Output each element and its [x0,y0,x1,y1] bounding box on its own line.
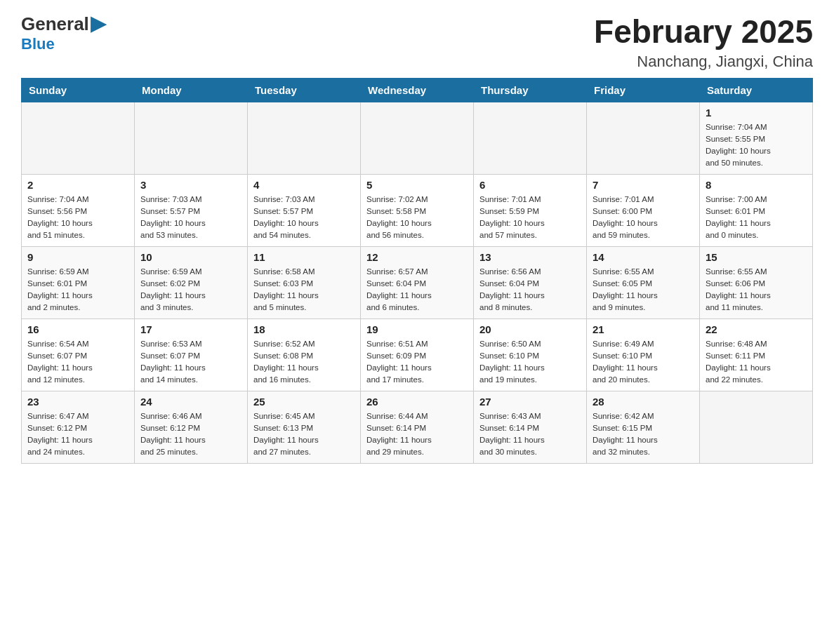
day-info: Sunrise: 6:58 AM Sunset: 6:03 PM Dayligh… [253,266,355,314]
day-info: Sunrise: 7:02 AM Sunset: 5:58 PM Dayligh… [366,194,468,242]
weekday-header-tuesday: Tuesday [248,78,361,102]
day-number: 14 [593,251,694,263]
calendar-table: SundayMondayTuesdayWednesdayThursdayFrid… [21,78,813,464]
day-number: 25 [253,396,355,408]
day-info: Sunrise: 6:51 AM Sunset: 6:09 PM Dayligh… [366,338,468,387]
weekday-header-wednesday: Wednesday [361,78,474,102]
calendar-cell [587,102,700,174]
day-info: Sunrise: 6:42 AM Sunset: 6:15 PM Dayligh… [593,410,694,459]
day-number: 18 [253,323,355,335]
day-info: Sunrise: 6:44 AM Sunset: 6:14 PM Dayligh… [366,410,468,459]
weekday-header-row: SundayMondayTuesdayWednesdayThursdayFrid… [22,78,813,102]
day-info: Sunrise: 6:49 AM Sunset: 6:10 PM Dayligh… [593,338,694,387]
calendar-cell: 22Sunrise: 6:48 AM Sunset: 6:11 PM Dayli… [700,318,813,391]
calendar-cell: 1Sunrise: 7:04 AM Sunset: 5:55 PM Daylig… [700,102,813,174]
calendar-cell [361,102,474,174]
day-info: Sunrise: 6:45 AM Sunset: 6:13 PM Dayligh… [253,410,355,459]
day-info: Sunrise: 6:55 AM Sunset: 6:06 PM Dayligh… [706,266,807,314]
day-number: 16 [27,323,128,335]
calendar-cell: 9Sunrise: 6:59 AM Sunset: 6:01 PM Daylig… [22,246,135,318]
calendar-cell [700,391,813,463]
day-info: Sunrise: 6:57 AM Sunset: 6:04 PM Dayligh… [366,266,468,314]
day-info: Sunrise: 7:01 AM Sunset: 5:59 PM Dayligh… [479,194,581,242]
calendar-week-5: 23Sunrise: 6:47 AM Sunset: 6:12 PM Dayli… [22,391,813,463]
calendar-cell: 7Sunrise: 7:01 AM Sunset: 6:00 PM Daylig… [587,174,700,246]
calendar-cell: 26Sunrise: 6:44 AM Sunset: 6:14 PM Dayli… [361,391,474,463]
calendar-cell: 10Sunrise: 6:59 AM Sunset: 6:02 PM Dayli… [135,246,248,318]
day-number: 12 [366,251,468,263]
day-info: Sunrise: 6:50 AM Sunset: 6:10 PM Dayligh… [479,338,581,387]
calendar-subtitle: Nanchang, Jiangxi, China [594,53,813,71]
calendar-header: SundayMondayTuesdayWednesdayThursdayFrid… [22,78,813,102]
calendar-title: February 2025 [594,14,813,50]
day-info: Sunrise: 6:54 AM Sunset: 6:07 PM Dayligh… [27,338,128,387]
calendar-cell: 16Sunrise: 6:54 AM Sunset: 6:07 PM Dayli… [22,318,135,391]
calendar-week-4: 16Sunrise: 6:54 AM Sunset: 6:07 PM Dayli… [22,318,813,391]
day-number: 22 [706,323,807,335]
calendar-cell: 15Sunrise: 6:55 AM Sunset: 6:06 PM Dayli… [700,246,813,318]
day-info: Sunrise: 6:43 AM Sunset: 6:14 PM Dayligh… [479,410,581,459]
weekday-header-thursday: Thursday [474,78,587,102]
day-info: Sunrise: 6:47 AM Sunset: 6:12 PM Dayligh… [27,410,128,459]
day-number: 26 [366,396,468,408]
calendar-cell: 13Sunrise: 6:56 AM Sunset: 6:04 PM Dayli… [474,246,587,318]
day-number: 27 [479,396,581,408]
logo-general-text: General▶ [21,14,106,34]
day-info: Sunrise: 7:04 AM Sunset: 5:55 PM Dayligh… [706,121,807,170]
calendar-cell [474,102,587,174]
calendar-cell: 4Sunrise: 7:03 AM Sunset: 5:57 PM Daylig… [248,174,361,246]
calendar-cell: 12Sunrise: 6:57 AM Sunset: 6:04 PM Dayli… [361,246,474,318]
day-number: 8 [706,179,807,191]
day-number: 13 [479,251,581,263]
day-info: Sunrise: 7:00 AM Sunset: 6:01 PM Dayligh… [706,194,807,242]
day-number: 9 [27,251,128,263]
calendar-cell: 18Sunrise: 6:52 AM Sunset: 6:08 PM Dayli… [248,318,361,391]
page-header: General▶ Blue February 2025 Nanchang, Ji… [21,14,813,71]
calendar-week-3: 9Sunrise: 6:59 AM Sunset: 6:01 PM Daylig… [22,246,813,318]
calendar-cell: 28Sunrise: 6:42 AM Sunset: 6:15 PM Dayli… [587,391,700,463]
calendar-week-1: 1Sunrise: 7:04 AM Sunset: 5:55 PM Daylig… [22,102,813,174]
day-number: 3 [140,179,241,191]
calendar-cell: 2Sunrise: 7:04 AM Sunset: 5:56 PM Daylig… [22,174,135,246]
day-info: Sunrise: 7:01 AM Sunset: 6:00 PM Dayligh… [593,194,694,242]
day-info: Sunrise: 6:52 AM Sunset: 6:08 PM Dayligh… [253,338,355,387]
day-number: 11 [253,251,355,263]
day-number: 21 [593,323,694,335]
day-number: 6 [479,179,581,191]
day-number: 5 [366,179,468,191]
calendar-cell: 17Sunrise: 6:53 AM Sunset: 6:07 PM Dayli… [135,318,248,391]
day-number: 23 [27,396,128,408]
day-number: 24 [140,396,241,408]
logo-blue-text: Blue [21,35,55,53]
calendar-cell: 20Sunrise: 6:50 AM Sunset: 6:10 PM Dayli… [474,318,587,391]
calendar-week-2: 2Sunrise: 7:04 AM Sunset: 5:56 PM Daylig… [22,174,813,246]
calendar-cell: 6Sunrise: 7:01 AM Sunset: 5:59 PM Daylig… [474,174,587,246]
day-number: 19 [366,323,468,335]
day-number: 10 [140,251,241,263]
title-area: February 2025 Nanchang, Jiangxi, China [594,14,813,71]
day-info: Sunrise: 6:59 AM Sunset: 6:01 PM Dayligh… [27,266,128,314]
day-info: Sunrise: 7:03 AM Sunset: 5:57 PM Dayligh… [140,194,241,242]
day-number: 28 [593,396,694,408]
day-info: Sunrise: 6:59 AM Sunset: 6:02 PM Dayligh… [140,266,241,314]
logo: General▶ Blue [21,14,106,53]
day-info: Sunrise: 6:56 AM Sunset: 6:04 PM Dayligh… [479,266,581,314]
day-number: 2 [27,179,128,191]
day-number: 7 [593,179,694,191]
day-info: Sunrise: 7:04 AM Sunset: 5:56 PM Dayligh… [27,194,128,242]
calendar-cell [135,102,248,174]
calendar-cell: 14Sunrise: 6:55 AM Sunset: 6:05 PM Dayli… [587,246,700,318]
calendar-cell: 25Sunrise: 6:45 AM Sunset: 6:13 PM Dayli… [248,391,361,463]
calendar-cell: 3Sunrise: 7:03 AM Sunset: 5:57 PM Daylig… [135,174,248,246]
day-info: Sunrise: 7:03 AM Sunset: 5:57 PM Dayligh… [253,194,355,242]
calendar-cell: 11Sunrise: 6:58 AM Sunset: 6:03 PM Dayli… [248,246,361,318]
day-info: Sunrise: 6:46 AM Sunset: 6:12 PM Dayligh… [140,410,241,459]
day-number: 17 [140,323,241,335]
calendar-cell: 21Sunrise: 6:49 AM Sunset: 6:10 PM Dayli… [587,318,700,391]
day-info: Sunrise: 6:48 AM Sunset: 6:11 PM Dayligh… [706,338,807,387]
day-number: 20 [479,323,581,335]
day-info: Sunrise: 6:53 AM Sunset: 6:07 PM Dayligh… [140,338,241,387]
calendar-cell: 23Sunrise: 6:47 AM Sunset: 6:12 PM Dayli… [22,391,135,463]
logo-arrow-icon: ▶ [91,13,106,34]
calendar-cell: 8Sunrise: 7:00 AM Sunset: 6:01 PM Daylig… [700,174,813,246]
